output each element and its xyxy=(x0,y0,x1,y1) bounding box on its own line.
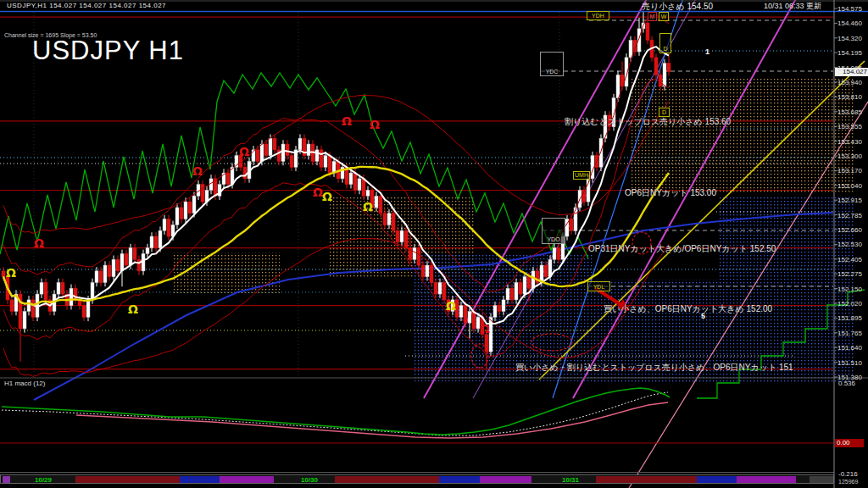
price-axis-label: 152.020 xyxy=(837,300,862,308)
session-segment xyxy=(3,476,10,483)
session-segment xyxy=(439,476,480,483)
trading-terminal-window: ΩΩΩΩΩΩΩΩΩΩΩΩ USDJPY,H1 154.027 154.027 1… xyxy=(0,0,868,488)
trade-note-annotation: OP6日NYカット 153.00 xyxy=(625,187,716,199)
session-segment xyxy=(180,476,220,483)
price-axis-label: 152.150 xyxy=(837,286,862,293)
price-axis-label: 154.195 xyxy=(837,49,862,57)
trade-note-annotation: OP31日NYカット大きめ/OP6日NYカット 152.50 xyxy=(588,243,776,255)
omega-marker: Ω xyxy=(6,266,16,280)
macd-scale-bottom: -0.216 xyxy=(838,471,858,478)
omega-marker: Ω xyxy=(192,164,203,178)
price-axis-label: 151.380 xyxy=(837,374,862,381)
price-axis-label: 151.895 xyxy=(837,314,862,322)
timeline-date-label: 10/31 xyxy=(562,476,579,484)
trade-note-annotation: 買い小さめ、OP6日NYカット大きめ 152.00 xyxy=(604,303,772,315)
session-segment xyxy=(697,476,737,483)
price-axis-label: 154.575 xyxy=(837,5,862,13)
omega-marker: Ω xyxy=(370,118,380,131)
price-axis-label: 153.170 xyxy=(837,167,862,175)
price-axis-label: 153.300 xyxy=(837,152,862,160)
session-segment xyxy=(810,476,833,483)
timeline-date-label: 10/29 xyxy=(35,476,52,484)
level-marker-box-d: D xyxy=(659,108,670,117)
session-segment xyxy=(737,476,796,483)
price-axis-label: 151.765 xyxy=(837,330,862,337)
price-axis-label: 154.065 xyxy=(837,64,862,72)
level-marker-box-m: M xyxy=(648,12,657,21)
price-axis-label: 152.785 xyxy=(837,212,862,219)
omega-marker: Ω xyxy=(480,322,490,336)
price-axis-label: 152.915 xyxy=(837,197,862,204)
trade-note-annotation: 割り込むとストップロス売り小さめ 153.60 xyxy=(565,116,731,128)
level-marker-box-ydl: YDL xyxy=(587,281,610,291)
indicator-label: H1 macd (12) xyxy=(4,380,45,387)
session-timeline-bar: 10/2910/3010/31 xyxy=(0,474,834,484)
level-marker-box-w: W xyxy=(659,12,669,21)
omega-marker: Ω xyxy=(322,190,332,203)
price-axis-label: 151.510 xyxy=(837,359,862,367)
session-segment xyxy=(335,476,439,483)
omega-marker: Ω xyxy=(239,145,249,158)
symbol-ohlc-readout: USDJPY,H1 154.027 154.027 154.027 154.02… xyxy=(7,3,166,9)
price-axis-label: 152.660 xyxy=(837,226,862,234)
session-segment xyxy=(75,476,180,483)
omega-marker: Ω xyxy=(446,299,456,313)
timeline-date-label: 10/30 xyxy=(301,476,318,484)
level-marker-box-ydh: YDH xyxy=(587,11,609,20)
omega-marker: Ω xyxy=(342,114,352,128)
last-update-time: 10/31 06:33 更新 xyxy=(764,3,821,10)
wave-count-digit: 5 xyxy=(701,312,705,320)
price-axis-label: 154.460 xyxy=(837,19,862,27)
price-axis-label: 154.320 xyxy=(837,35,862,42)
session-segment xyxy=(796,476,810,483)
price-axis-label: 152.530 xyxy=(837,241,862,248)
session-segment xyxy=(220,476,274,483)
level-marker-box-d: D xyxy=(659,33,671,53)
trade-note-annotation: 買い小さめ・割り込むとストップロス売り小さめ、OP6日NYカット 151 xyxy=(515,362,793,374)
price-axis-label: 153.685 xyxy=(837,108,862,116)
level-marker-box-umh: UMH xyxy=(573,171,590,180)
omega-marker: Ω xyxy=(363,200,373,214)
price-axis-label: 153.430 xyxy=(837,138,862,146)
session-segment xyxy=(596,476,697,483)
top-level-note: 売り小さめ 154.50 xyxy=(642,3,713,11)
omega-marker: Ω xyxy=(128,302,138,316)
price-axis-label: 152.275 xyxy=(837,270,862,278)
price-axis-label: 152.405 xyxy=(837,256,862,263)
macd-zero-tag: 0.00 xyxy=(835,439,864,447)
price-axis-label: 151.640 xyxy=(837,344,862,352)
level-marker-box-ydo: YDO xyxy=(542,218,565,244)
level-marker-box-ydc: YDC xyxy=(540,52,564,76)
macd-scale-top: 0.536 xyxy=(838,380,855,387)
wave-count-digit: 1 xyxy=(705,47,709,56)
macd-bottom-right-value: 125969 xyxy=(838,479,858,485)
session-segment xyxy=(480,476,531,483)
price-axis-label: 153.040 xyxy=(837,182,862,190)
price-axis-label: 153.555 xyxy=(837,123,862,130)
chart-title: USDJPY H1 xyxy=(32,37,184,64)
omega-marker: Ω xyxy=(34,236,44,250)
price-axis-label: 153.810 xyxy=(837,93,862,101)
price-axis-label: 153.940 xyxy=(837,79,862,86)
